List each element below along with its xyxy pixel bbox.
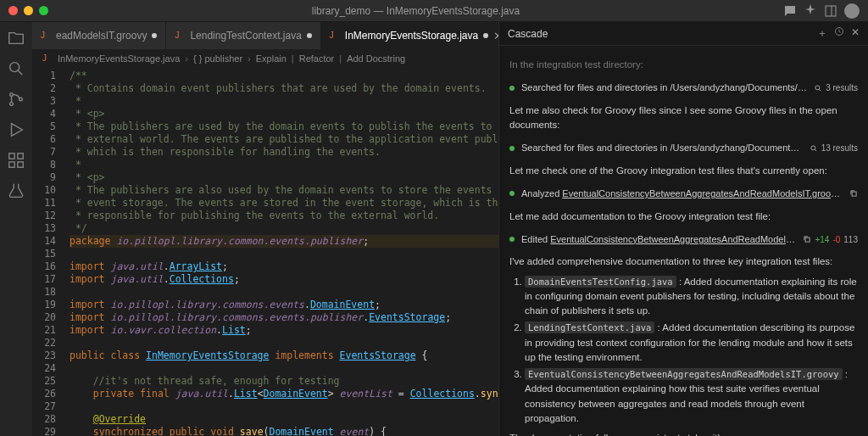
svg-line-3 [18,70,22,75]
tab-label: InMemoryEventsStorage.java [345,30,478,42]
svg-point-2 [10,63,19,72]
cascade-content[interactable]: In the integration test directory:Search… [499,46,868,436]
sparkle-icon[interactable] [804,4,817,18]
svg-rect-0 [826,6,836,16]
breadcrumb-symbol: { } publisher [193,53,242,64]
svg-rect-22 [852,192,856,196]
editor-tabs: J eadModelsIT.groovy J LendingTestContex… [32,22,498,49]
extensions-icon[interactable] [7,151,25,170]
minimize-window[interactable] [24,6,33,15]
svg-rect-8 [9,154,14,159]
close-window[interactable] [8,6,18,15]
svg-point-4 [10,93,14,97]
code-editor[interactable]: 1234567891011121314151617181920212223242… [32,68,498,436]
breadcrumb-file: InMemoryEventsStorage.java [58,53,180,64]
test-icon[interactable] [7,182,25,200]
add-icon[interactable]: ＋ [817,26,827,41]
chevron-icon: › [185,53,188,64]
window-title: library_demo — InMemoryEventsStorage.jav… [48,5,783,17]
file-icon: J [330,31,340,41]
tab-0[interactable]: J eadModelsIT.groovy [32,22,166,49]
svg-line-19 [819,89,821,91]
maximize-window[interactable] [39,6,48,15]
svg-line-21 [815,149,816,151]
titlebar: library_demo — InMemoryEventsStorage.jav… [0,0,868,22]
source-control-icon[interactable] [7,90,25,109]
close-panel-icon[interactable]: ✕ [851,26,860,41]
tab-label: LendingTestContext.java [190,30,301,42]
search-icon[interactable] [7,59,25,78]
breadcrumb[interactable]: J InMemoryEventsStorage.java › { } publi… [32,49,498,68]
svg-rect-23 [806,238,810,242]
user-avatar[interactable] [844,3,860,19]
svg-rect-10 [9,162,14,167]
tab-1[interactable]: J LendingTestContext.java [166,22,320,49]
modified-dot-icon [152,33,157,38]
file-icon: J [41,31,51,41]
modified-dot-icon [483,33,488,38]
svg-point-18 [815,85,820,89]
activity-bar [0,22,32,436]
svg-marker-7 [12,124,23,137]
action-refactor[interactable]: Refactor [299,53,335,64]
explorer-icon[interactable] [7,29,25,48]
chevron-icon: › [248,53,251,64]
svg-rect-9 [18,154,23,159]
modified-dot-icon [307,33,312,38]
action-explain[interactable]: Explain [256,53,287,64]
svg-rect-11 [18,162,23,167]
debug-icon[interactable] [7,120,25,139]
tab-label: eadModelsIT.groovy [56,30,147,42]
window-controls [8,6,48,15]
file-icon: J [175,31,185,41]
layout-icon[interactable] [824,4,837,18]
cascade-panel: Cascade ＋ ✕ In the integration test dire… [498,22,868,436]
svg-point-5 [10,103,14,106]
file-icon: J [42,53,53,64]
svg-point-20 [811,145,815,149]
tab-2[interactable]: J InMemoryEventsStorage.java ✕ [321,22,512,49]
action-docstring[interactable]: Add Docstring [347,53,405,64]
chat-icon[interactable] [783,4,797,18]
cascade-title: Cascade [508,28,548,40]
editor-panel: J eadModelsIT.groovy J LendingTestContex… [32,22,498,436]
history-icon[interactable] [834,26,844,36]
